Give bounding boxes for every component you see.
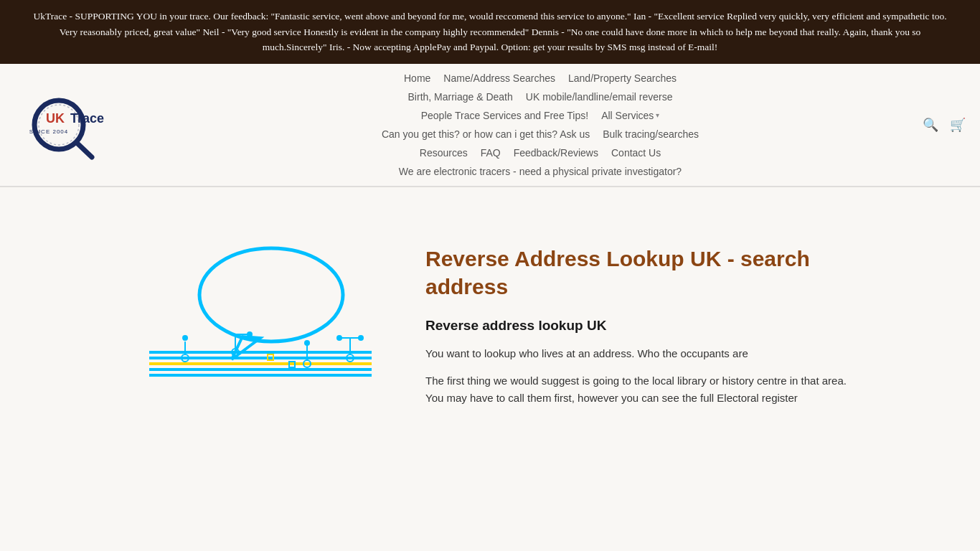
site-logo[interactable]: UK Trace SINCE 2004 <box>14 89 165 161</box>
nav-birth-marriage-death[interactable]: Birth, Marriage & Death <box>404 90 517 104</box>
nav-feedback[interactable]: Feedback/Reviews <box>509 146 603 160</box>
nav-row-5: Resources FAQ Feedback/Reviews Contact U… <box>415 146 665 160</box>
svg-line-3 <box>77 143 92 157</box>
svg-point-26 <box>336 335 342 341</box>
sub-heading: Reverse address lookup UK <box>425 318 856 334</box>
svg-point-22 <box>304 340 310 346</box>
nav-contact[interactable]: Contact Us <box>607 146 665 160</box>
nav-area: Home Name/Address Searches Land/Property… <box>172 71 908 179</box>
header: UK Trace SINCE 2004 Home Name/Address Se… <box>0 64 980 187</box>
cart-icon[interactable]: 🛒 <box>950 117 966 133</box>
content-inner: Reverse Address Lookup UK - search addre… <box>95 216 885 435</box>
search-icon[interactable]: 🔍 <box>923 117 938 133</box>
all-services-dropdown-arrow: ▾ <box>656 111 659 119</box>
main-content: Reverse Address Lookup UK - search addre… <box>0 187 980 435</box>
nav-faq[interactable]: FAQ <box>476 146 505 160</box>
nav-row-2: Birth, Marriage & Death UK mobile/landli… <box>404 90 677 104</box>
header-actions: 🔍 🛒 <box>908 117 966 133</box>
page-illustration <box>128 245 393 388</box>
content-image <box>124 245 397 388</box>
nav-all-services[interactable]: All Services ▾ <box>597 108 664 123</box>
body-paragraph-1: You want to lookup who lives at an addre… <box>425 345 856 362</box>
nav-name-address[interactable]: Name/Address Searches <box>439 71 560 85</box>
nav-uk-mobile[interactable]: UK mobile/landline/email reverse <box>522 90 677 104</box>
nav-ask-us[interactable]: Can you get this? or how can i get this?… <box>377 127 594 141</box>
nav-bulk-tracing[interactable]: Bulk tracing/searches <box>598 127 703 141</box>
nav-home[interactable]: Home <box>400 71 435 85</box>
nav-physical-investigator[interactable]: We are electronic tracers - need a physi… <box>395 164 686 179</box>
body-paragraph-2: The first thing we would suggest is goin… <box>425 372 856 407</box>
nav-land-property[interactable]: Land/Property Searches <box>564 71 681 85</box>
svg-point-6 <box>199 248 343 342</box>
svg-point-19 <box>247 331 253 337</box>
nav-row-3: People Trace Services and Free Tips! All… <box>417 108 664 123</box>
banner-text: UkTrace - SUPPORTING YOU in your trace. … <box>33 11 946 52</box>
svg-point-27 <box>358 335 364 341</box>
nav-row-6: We are electronic tracers - need a physi… <box>395 164 686 179</box>
page-title: Reverse Address Lookup UK - search addre… <box>425 245 856 301</box>
top-banner: UkTrace - SUPPORTING YOU in your trace. … <box>0 0 980 64</box>
svg-text:SINCE 2004: SINCE 2004 <box>29 128 68 135</box>
nav-row-4: Can you get this? or how can i get this?… <box>377 127 703 141</box>
nav-resources[interactable]: Resources <box>415 146 472 160</box>
nav-row-1: Home Name/Address Searches Land/Property… <box>400 71 681 85</box>
nav-people-trace[interactable]: People Trace Services and Free Tips! <box>417 108 593 123</box>
logo-area[interactable]: UK Trace SINCE 2004 <box>14 89 172 161</box>
content-text: Reverse Address Lookup UK - search addre… <box>425 245 856 407</box>
svg-text:UK: UK <box>46 111 65 126</box>
svg-point-15 <box>182 335 188 341</box>
